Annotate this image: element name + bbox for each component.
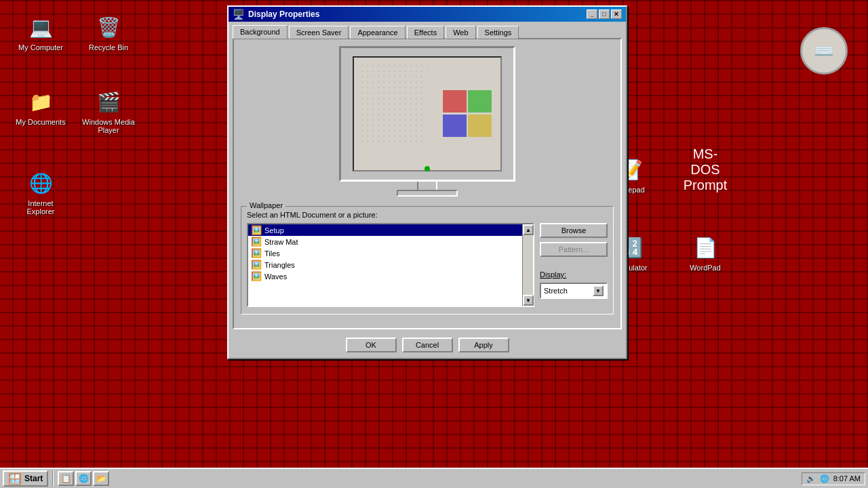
tab-background[interactable]: Background: [233, 25, 288, 39]
taskbar-tray: 🔊 🌐 8:07 AM: [802, 472, 865, 485]
start-button[interactable]: 🪟 Start: [3, 470, 48, 487]
taskbar-divider: [52, 470, 54, 487]
svg-rect-2: [443, 90, 467, 113]
list-item-tiles-label: Tiles: [264, 249, 280, 258]
wallpaper-groupbox: Wallpaper Select an HTML Document or a p…: [241, 206, 614, 314]
tab-appearance[interactable]: Appearance: [350, 26, 405, 39]
list-item-waves[interactable]: 🖼️ Waves: [248, 270, 522, 282]
wordpad-label: WordPad: [678, 264, 732, 272]
dialog-titlebar: 🖥️ Display Properties _ □ ✕: [229, 7, 626, 22]
dropdown-arrow-icon[interactable]: ▼: [593, 285, 604, 296]
scroll-track: [523, 235, 533, 295]
taskbar: 🪟 Start 📋 🌐 📂 🔊 🌐 8:07 AM: [0, 468, 868, 488]
svg-rect-3: [468, 90, 492, 113]
browse-button[interactable]: Browse: [540, 223, 608, 238]
dialog-controls: _ □ ✕: [587, 9, 622, 19]
taskbar-clock: 8:07 AM: [833, 474, 861, 483]
taskbar-quick-launch: 📋 🌐 📂: [58, 471, 109, 486]
desktop-icon-msdos[interactable]: MS-DOSPrompt: [678, 156, 732, 186]
dialog-title-icon: 🖥️: [233, 9, 244, 20]
wallpaper-list-label: Select an HTML Document or a picture:: [247, 211, 608, 219]
wmp-icon: 🎬: [95, 88, 122, 115]
list-item-waves-label: Waves: [264, 272, 287, 281]
monitor-neck: [417, 182, 437, 190]
recycle-bin-icon: 🗑️: [95, 14, 122, 41]
minimize-button[interactable]: _: [587, 9, 597, 19]
display-value: Stretch: [544, 287, 568, 295]
list-item-triangles-label: Triangles: [264, 261, 295, 269]
keyboard-icon-area: ⌨️: [800, 27, 848, 77]
close-button[interactable]: ✕: [611, 9, 622, 19]
ok-button[interactable]: OK: [346, 338, 397, 352]
tray-volume-icon: 🌐: [820, 474, 829, 483]
tab-effects[interactable]: Effects: [407, 26, 444, 39]
desktop-icon-wordpad[interactable]: 📄 WordPad: [678, 234, 732, 272]
taskbar-btn-3[interactable]: 📂: [93, 471, 109, 486]
my-documents-label: My Documents: [14, 118, 68, 126]
list-item-triangles[interactable]: 🖼️ Triangles: [248, 259, 522, 270]
monitor-screen: [353, 56, 502, 171]
tab-web[interactable]: Web: [446, 26, 475, 39]
list-item-tiles[interactable]: 🖼️ Tiles: [248, 247, 522, 259]
monitor-base: [397, 190, 458, 197]
svg-rect-5: [468, 115, 492, 137]
tiles-icon: 🖼️: [251, 248, 262, 258]
dialog-body: Wallpaper Select an HTML Document or a p…: [233, 38, 622, 329]
win-preview-screen: [354, 58, 500, 170]
cancel-button[interactable]: Cancel: [402, 338, 453, 352]
list-item-straw-mat-label: Straw Mat: [264, 238, 298, 246]
maximize-button[interactable]: □: [599, 9, 610, 19]
setup-icon: 🖼️: [251, 225, 262, 235]
scroll-up-button[interactable]: ▲: [523, 224, 534, 235]
msdos-icon: MS-DOSPrompt: [692, 156, 719, 183]
wallpaper-group-label: Wallpaper: [247, 201, 285, 209]
scroll-down-button[interactable]: ▼: [523, 295, 534, 306]
desktop-icon-my-documents[interactable]: 📁 My Documents: [14, 88, 68, 126]
listbox-scrollbar[interactable]: ▲ ▼: [522, 224, 533, 306]
tab-screen-saver[interactable]: Screen Saver: [289, 26, 349, 39]
waves-icon: 🖼️: [251, 271, 262, 281]
my-computer-label: My Computer: [14, 43, 68, 52]
my-documents-icon: 📁: [27, 88, 54, 115]
wallpaper-list: 🖼️ Setup 🖼️ Straw Mat 🖼️ Tiles: [248, 224, 522, 282]
wmp-label: Windows Media Player: [81, 118, 136, 134]
pattern-button[interactable]: Pattern...: [540, 242, 608, 257]
dialog-footer: OK Cancel Apply: [229, 333, 626, 358]
start-windows-icon: 🪟: [8, 472, 22, 485]
wordpad-icon: 📄: [692, 234, 719, 261]
dialog-title: 🖥️ Display Properties: [233, 9, 319, 20]
ie-label: Internet Explorer: [14, 199, 68, 216]
triangles-icon: 🖼️: [251, 260, 262, 270]
desktop-icon-recycle-bin[interactable]: 🗑️ Recycle Bin: [81, 14, 136, 52]
display-label: Display:: [540, 270, 566, 279]
taskbar-btn-2[interactable]: 🌐: [75, 471, 92, 486]
monitor-indicator: [425, 166, 430, 171]
desktop-icon-my-computer[interactable]: 💻 My Computer: [14, 14, 68, 52]
listbox-container: 🖼️ Setup 🖼️ Straw Mat 🖼️ Tiles: [247, 223, 608, 307]
tab-settings[interactable]: Settings: [477, 26, 519, 39]
dialog-title-text: Display Properties: [248, 9, 319, 19]
list-item-straw-mat[interactable]: 🖼️ Straw Mat: [248, 236, 522, 247]
my-computer-icon: 💻: [27, 14, 54, 41]
straw-mat-icon: 🖼️: [251, 237, 262, 247]
wallpaper-buttons: Browse Pattern... Display: Stretch ▼: [540, 223, 608, 307]
recycle-bin-label: Recycle Bin: [81, 43, 136, 52]
apply-button[interactable]: Apply: [458, 338, 509, 352]
svg-rect-1: [359, 63, 427, 144]
display-dropdown[interactable]: Stretch ▼: [540, 283, 608, 299]
keyboard-icon: ⌨️: [800, 27, 848, 75]
tabs-container: Background Screen Saver Appearance Effec…: [229, 22, 626, 38]
ie-icon: 🌐: [27, 169, 54, 197]
start-label: Start: [24, 474, 43, 483]
wallpaper-listbox[interactable]: 🖼️ Setup 🖼️ Straw Mat 🖼️ Tiles: [248, 224, 522, 306]
svg-rect-4: [443, 115, 467, 137]
desktop-icon-ie[interactable]: 🌐 Internet Explorer: [14, 169, 68, 216]
display-label-row: Display:: [540, 270, 608, 279]
list-item-setup[interactable]: 🖼️ Setup: [248, 224, 522, 236]
list-item-setup-label: Setup: [264, 226, 284, 235]
taskbar-btn-1[interactable]: 📋: [58, 471, 74, 486]
desktop-icon-wmp[interactable]: 🎬 Windows Media Player: [81, 88, 136, 134]
monitor-preview: [241, 46, 614, 197]
monitor-outer: [339, 46, 515, 182]
tray-network-icon: 🔊: [806, 474, 816, 483]
